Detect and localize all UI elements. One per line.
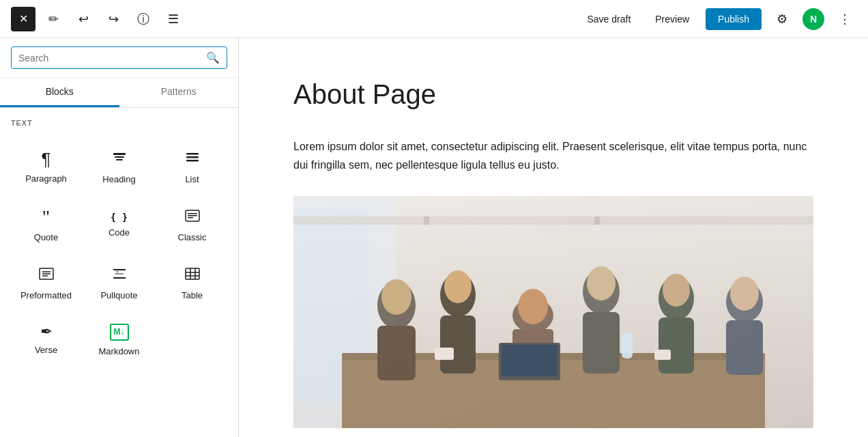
more-options-button[interactable]: ⋮ bbox=[833, 7, 857, 31]
list-icon: ☰ bbox=[168, 12, 179, 27]
svg-rect-1 bbox=[115, 156, 124, 158]
content-image bbox=[293, 196, 813, 428]
block-label-classic: Classic bbox=[178, 232, 207, 242]
undo-button[interactable]: ↩ bbox=[71, 7, 96, 31]
block-item-code[interactable]: { } Code bbox=[84, 196, 154, 251]
page-title: About Page bbox=[293, 79, 813, 110]
avatar[interactable]: N bbox=[802, 8, 824, 30]
list-view-button[interactable]: ☰ bbox=[161, 7, 186, 31]
search-input[interactable] bbox=[18, 53, 201, 64]
preview-button[interactable]: Preview bbox=[647, 10, 697, 29]
svg-rect-9 bbox=[188, 217, 193, 218]
classic-icon bbox=[184, 208, 201, 227]
block-item-paragraph[interactable]: ¶ Paragraph bbox=[11, 138, 81, 193]
content-area: About Page Lorem ipsum dolor sit amet, c… bbox=[239, 38, 868, 437]
svg-rect-18 bbox=[186, 268, 199, 279]
redo-button[interactable]: ↪ bbox=[101, 7, 126, 31]
info-button[interactable]: ⓘ bbox=[131, 7, 156, 31]
block-label-table: Table bbox=[182, 290, 203, 300]
block-label-paragraph: Paragraph bbox=[25, 173, 67, 184]
sidebar: 🔍 Blocks Patterns TEXT ¶ Paragraph bbox=[0, 38, 239, 437]
section-label-text: TEXT bbox=[0, 108, 238, 132]
topbar: ✕ ✏ ↩ ↪ ⓘ ☰ Save draft Preview Publish ⚙… bbox=[0, 0, 868, 38]
svg-rect-2 bbox=[116, 159, 123, 160]
block-label-verse: Verse bbox=[35, 345, 57, 355]
block-item-classic[interactable]: Classic bbox=[157, 196, 227, 251]
search-icon: 🔍 bbox=[206, 51, 220, 64]
block-item-markdown[interactable]: M↓ Markdown bbox=[84, 312, 154, 365]
quote-icon: " bbox=[42, 208, 50, 227]
settings-icon: ⚙ bbox=[777, 12, 787, 27]
tab-blocks[interactable]: Blocks bbox=[0, 78, 119, 107]
block-item-heading[interactable]: Heading bbox=[84, 138, 154, 193]
svg-rect-8 bbox=[188, 215, 197, 216]
close-icon: ✕ bbox=[19, 12, 28, 25]
svg-rect-4 bbox=[186, 156, 199, 158]
edit-icon: ✏ bbox=[48, 12, 59, 27]
block-item-pullquote[interactable]: " Pullquote bbox=[84, 254, 154, 309]
svg-rect-0 bbox=[113, 153, 126, 155]
block-label-preformatted: Preformatted bbox=[20, 290, 72, 300]
block-label-markdown: Markdown bbox=[99, 346, 140, 356]
redo-icon: ↪ bbox=[108, 12, 119, 27]
pullquote-icon: " bbox=[111, 266, 128, 285]
block-label-quote: Quote bbox=[34, 232, 58, 242]
main-layout: 🔍 Blocks Patterns TEXT ¶ Paragraph bbox=[0, 38, 868, 437]
tabs: Blocks Patterns bbox=[0, 78, 238, 108]
block-label-list: List bbox=[185, 174, 199, 184]
tab-patterns[interactable]: Patterns bbox=[119, 78, 239, 107]
svg-rect-3 bbox=[186, 153, 199, 155]
block-item-quote[interactable]: " Quote bbox=[11, 196, 81, 251]
block-label-pullquote: Pullquote bbox=[100, 290, 137, 300]
close-button[interactable]: ✕ bbox=[11, 7, 35, 31]
settings-button[interactable]: ⚙ bbox=[770, 7, 794, 31]
list-icon bbox=[184, 150, 201, 169]
search-box: 🔍 bbox=[11, 46, 227, 69]
edit-button[interactable]: ✏ bbox=[41, 7, 66, 31]
table-icon bbox=[184, 266, 201, 285]
block-label-heading: Heading bbox=[102, 174, 135, 184]
markdown-icon: M↓ bbox=[110, 324, 129, 341]
more-options-icon: ⋮ bbox=[839, 12, 851, 27]
paragraph-icon: ¶ bbox=[42, 150, 51, 168]
block-item-list[interactable]: List bbox=[157, 138, 227, 193]
search-wrapper: 🔍 bbox=[0, 38, 238, 78]
verse-icon: ✒ bbox=[40, 324, 53, 339]
block-label-code: Code bbox=[108, 227, 130, 238]
topbar-right: Save draft Preview Publish ⚙ N ⋮ bbox=[579, 7, 857, 31]
info-icon: ⓘ bbox=[137, 11, 149, 27]
heading-icon bbox=[111, 150, 128, 169]
svg-rect-7 bbox=[188, 213, 197, 214]
code-icon: { } bbox=[111, 212, 128, 222]
topbar-left: ✕ ✏ ↩ ↪ ⓘ ☰ bbox=[11, 7, 186, 31]
svg-rect-57 bbox=[293, 196, 813, 428]
undo-icon: ↩ bbox=[78, 12, 89, 27]
blocks-grid: ¶ Paragraph Heading bbox=[0, 132, 238, 371]
preformatted-icon bbox=[38, 266, 55, 285]
svg-rect-5 bbox=[186, 160, 199, 162]
publish-button[interactable]: Publish bbox=[706, 8, 762, 30]
block-item-table[interactable]: Table bbox=[157, 254, 227, 309]
block-item-preformatted[interactable]: Preformatted bbox=[11, 254, 81, 309]
save-draft-button[interactable]: Save draft bbox=[579, 10, 639, 29]
block-item-verse[interactable]: ✒ Verse bbox=[11, 312, 81, 365]
content-paragraph: Lorem ipsum dolor sit amet, consectetur … bbox=[293, 137, 813, 174]
